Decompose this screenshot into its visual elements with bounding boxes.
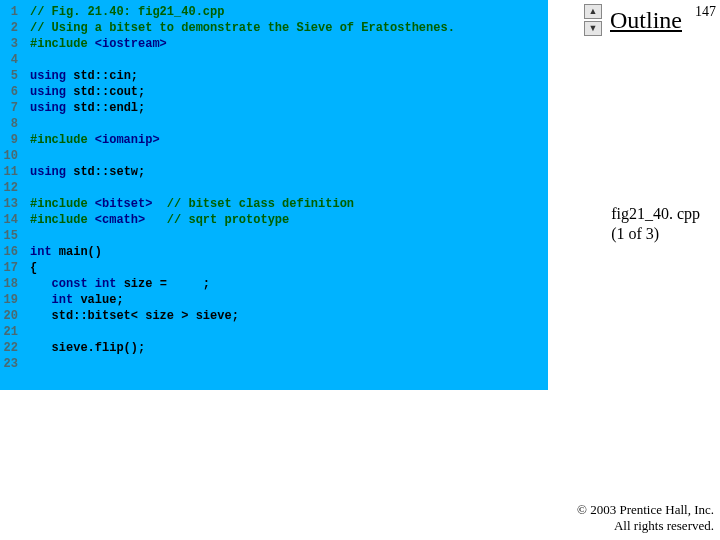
scroll-down-button[interactable]: ▼ (584, 21, 602, 36)
code-text: using std::cout; (20, 84, 145, 100)
line-number: 1 (0, 4, 20, 20)
code-text: using std::setw; (20, 164, 145, 180)
code-text: using std::endl; (20, 100, 145, 116)
line-number: 8 (0, 116, 20, 132)
copyright-line1: © 2003 Prentice Hall, Inc. (577, 502, 714, 518)
line-number: 20 (0, 308, 20, 324)
line-number: 16 (0, 244, 20, 260)
code-panel: 1// Fig. 21.40: fig21_40.cpp2// Using a … (0, 0, 548, 390)
code-text: int value; (20, 292, 124, 308)
file-label: fig21_40. cpp (1 of 3) (611, 204, 700, 244)
line-number: 18 (0, 276, 20, 292)
line-number: 9 (0, 132, 20, 148)
code-text: #include <iostream> (20, 36, 167, 52)
code-line: 15 (0, 228, 548, 244)
scroll-up-button[interactable]: ▲ (584, 4, 602, 19)
outline-heading: Outline (610, 7, 682, 34)
page-number: 147 (695, 4, 716, 20)
copyright: © 2003 Prentice Hall, Inc. All rights re… (577, 502, 714, 535)
slide: 1// Fig. 21.40: fig21_40.cpp2// Using a … (0, 0, 720, 540)
line-number: 6 (0, 84, 20, 100)
code-line: 12 (0, 180, 548, 196)
code-text (20, 324, 30, 340)
line-number: 21 (0, 324, 20, 340)
code-line: 2// Using a bitset to demonstrate the Si… (0, 20, 548, 36)
code-text: // Fig. 21.40: fig21_40.cpp (20, 4, 224, 20)
scroll-buttons: ▲ ▼ (584, 4, 602, 36)
line-number: 11 (0, 164, 20, 180)
line-number: 4 (0, 52, 20, 68)
code-line: 13#include <bitset> // bitset class defi… (0, 196, 548, 212)
code-line: 3#include <iostream> (0, 36, 548, 52)
code-line: 14#include <cmath> // sqrt prototype (0, 212, 548, 228)
code-text: #include <cmath> // sqrt prototype (20, 212, 289, 228)
file-part: (1 of 3) (611, 224, 700, 244)
code-line: 10 (0, 148, 548, 164)
code-line: 4 (0, 52, 548, 68)
code-line: 7using std::endl; (0, 100, 548, 116)
code-text (20, 148, 30, 164)
code-text: #include <iomanip> (20, 132, 160, 148)
code-line: 20 std::bitset< size > sieve; (0, 308, 548, 324)
code-line: 22 sieve.flip(); (0, 340, 548, 356)
code-line: 23 (0, 356, 548, 372)
code-text: const int size = ; (20, 276, 210, 292)
code-line: 18 const int size = ; (0, 276, 548, 292)
code-line: 21 (0, 324, 548, 340)
code-text: { (20, 260, 37, 276)
code-line: 16int main() (0, 244, 548, 260)
code-line: 5using std::cin; (0, 68, 548, 84)
outline-box: ▲ ▼ Outline (584, 4, 682, 36)
code-text (20, 356, 30, 372)
line-number: 19 (0, 292, 20, 308)
code-text: int main() (20, 244, 102, 260)
code-line: 8 (0, 116, 548, 132)
code-line: 1// Fig. 21.40: fig21_40.cpp (0, 4, 548, 20)
line-number: 14 (0, 212, 20, 228)
file-name: fig21_40. cpp (611, 204, 700, 224)
line-number: 12 (0, 180, 20, 196)
code-line: 11using std::setw; (0, 164, 548, 180)
line-number: 2 (0, 20, 20, 36)
code-text (20, 180, 30, 196)
code-text (20, 228, 30, 244)
line-number: 17 (0, 260, 20, 276)
code-text: // Using a bitset to demonstrate the Sie… (20, 20, 455, 36)
code-text: sieve.flip(); (20, 340, 145, 356)
code-line: 17{ (0, 260, 548, 276)
line-number: 3 (0, 36, 20, 52)
code-text: #include <bitset> // bitset class defini… (20, 196, 354, 212)
line-number: 5 (0, 68, 20, 84)
code-text: using std::cin; (20, 68, 138, 84)
line-number: 15 (0, 228, 20, 244)
code-text: std::bitset< size > sieve; (20, 308, 239, 324)
code-line: 19 int value; (0, 292, 548, 308)
line-number: 22 (0, 340, 20, 356)
line-number: 7 (0, 100, 20, 116)
line-number: 23 (0, 356, 20, 372)
copyright-line2: All rights reserved. (577, 518, 714, 534)
line-number: 10 (0, 148, 20, 164)
code-line: 9#include <iomanip> (0, 132, 548, 148)
code-line: 6using std::cout; (0, 84, 548, 100)
code-text (20, 52, 30, 68)
line-number: 13 (0, 196, 20, 212)
code-text (20, 116, 30, 132)
